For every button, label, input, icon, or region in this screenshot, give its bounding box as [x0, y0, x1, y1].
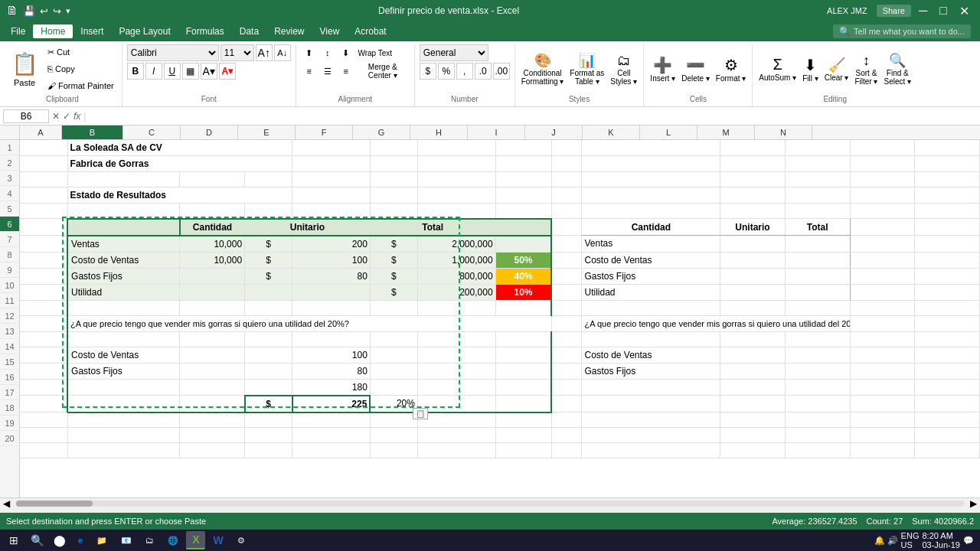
autosum-button[interactable]: Σ AutoSum ▾ [757, 54, 798, 83]
cell-a9[interactable] [20, 268, 67, 284]
cell-c16[interactable] [180, 379, 245, 396]
cell-l13[interactable] [915, 331, 980, 347]
cell-f6[interactable] [495, 219, 551, 236]
cell-f9[interactable]: $ [370, 268, 417, 284]
cell-g12-gap[interactable] [551, 315, 582, 331]
cell-j17[interactable] [785, 396, 850, 412]
taskbar-edge-button[interactable]: e [72, 531, 89, 549]
formula-bar-confirm[interactable]: ✓ [63, 111, 70, 122]
tell-me-input[interactable]: Tell me what you want to do... [854, 27, 965, 36]
cell-gap17[interactable] [551, 396, 582, 412]
menu-home[interactable]: Home [33, 24, 73, 38]
formula-bar-insert-function[interactable]: fx [74, 111, 80, 122]
cell-l7[interactable] [915, 236, 980, 253]
col-header-l[interactable]: L [640, 126, 697, 139]
cell-l9[interactable] [915, 268, 980, 284]
col-header-a[interactable]: A [20, 126, 62, 139]
cell-c3[interactable] [180, 172, 245, 187]
cell-d13[interactable] [245, 331, 292, 347]
scroll-right-button[interactable]: ▶ [967, 498, 980, 509]
menu-acrobat[interactable]: Acrobat [347, 24, 394, 38]
cell-g14[interactable] [417, 347, 495, 363]
cell-j13[interactable] [785, 331, 850, 347]
cell-f13[interactable] [370, 331, 417, 347]
cell-i2[interactable] [551, 156, 582, 172]
cell-g19[interactable] [417, 428, 495, 443]
maximize-button[interactable]: □ [935, 4, 952, 18]
cell-l5[interactable] [785, 204, 850, 219]
cell-k7[interactable] [850, 236, 915, 253]
col-header-g[interactable]: G [353, 126, 410, 139]
row-7[interactable]: 7 [0, 232, 19, 247]
cell-gap20[interactable] [551, 443, 582, 458]
cell-c17[interactable] [180, 396, 245, 412]
cell-b20[interactable] [67, 443, 180, 458]
align-center-button[interactable]: ☰ [319, 63, 336, 80]
cell-h16b[interactable] [582, 379, 720, 396]
cell-c20[interactable] [180, 443, 245, 458]
cell-l16[interactable] [915, 379, 980, 396]
cell-n3[interactable] [915, 172, 980, 187]
cell-b8[interactable]: Costo de Ventas [67, 252, 180, 268]
col-header-b[interactable]: B [62, 126, 123, 139]
cell-g18[interactable] [417, 412, 495, 428]
row-6[interactable]: 6 [0, 217, 19, 232]
cell-k14[interactable] [850, 347, 915, 363]
cell-a13[interactable] [20, 331, 67, 347]
taskbar-cortana-button[interactable]: ⬤ [49, 531, 70, 549]
cell-j10[interactable] [785, 284, 850, 300]
cell-b19[interactable] [67, 428, 180, 443]
cell-b11[interactable] [67, 300, 180, 315]
row-3[interactable]: 3 [0, 171, 19, 186]
cell-d11[interactable] [245, 300, 292, 315]
cell-g2[interactable] [417, 156, 495, 172]
cell-a1[interactable] [20, 140, 67, 156]
currency-button[interactable]: $ [420, 63, 436, 80]
cell-d14[interactable] [245, 347, 292, 363]
cell-e7[interactable]: 200 [292, 236, 371, 253]
cell-h14[interactable] [495, 347, 551, 363]
cell-c9[interactable] [180, 268, 245, 284]
cell-f5[interactable] [370, 204, 417, 219]
cell-n2[interactable] [915, 156, 980, 172]
cell-e14[interactable]: 100 [292, 347, 371, 363]
cell-b10[interactable]: Utilidad [67, 284, 180, 300]
cell-b5[interactable] [67, 204, 180, 219]
cell-a18[interactable] [20, 412, 67, 428]
paste-button[interactable]: 📋 Paste [8, 47, 41, 91]
merge-center-button[interactable]: Merge & Center ▾ [356, 63, 410, 80]
number-format-select[interactable]: General [420, 44, 488, 61]
cell-l20[interactable] [915, 443, 980, 458]
border-button[interactable]: ▦ [182, 63, 199, 80]
cell-l8[interactable] [915, 252, 980, 268]
cell-f11[interactable] [370, 300, 417, 315]
menu-data[interactable]: Data [232, 24, 266, 38]
cell-l11[interactable] [915, 300, 980, 315]
taskbar-word-button[interactable]: W [207, 531, 229, 549]
cell-g11[interactable] [417, 300, 495, 315]
cell-h9[interactable]: Gastos Fijos [582, 268, 720, 284]
cell-h1[interactable] [495, 140, 551, 156]
formula-bar-cancel[interactable]: ✕ [52, 111, 60, 122]
cell-g15[interactable] [417, 363, 495, 379]
cell-j15[interactable] [785, 363, 850, 379]
cell-i4[interactable] [551, 187, 582, 204]
cell-f14[interactable] [370, 347, 417, 363]
cell-j9[interactable] [785, 268, 850, 284]
cell-f19[interactable] [370, 428, 417, 443]
taskbar-outlook-button[interactable]: 📧 [115, 531, 138, 549]
cell-e15[interactable]: 80 [292, 363, 371, 379]
cell-d9[interactable]: $ [245, 268, 292, 284]
row-12[interactable]: 12 [0, 308, 19, 324]
cell-i19[interactable] [720, 428, 786, 443]
cell-h20b[interactable] [582, 443, 720, 458]
cell-j8[interactable] [785, 252, 850, 268]
cell-l10[interactable] [915, 284, 980, 300]
cell-h11[interactable] [495, 300, 551, 315]
wrap-text-button[interactable]: Wrap Text [356, 44, 394, 61]
cell-e17-pct[interactable]: 20% [370, 396, 417, 412]
cell-l2[interactable] [785, 156, 850, 172]
cell-j2[interactable] [582, 156, 720, 172]
cell-reference-box[interactable] [3, 109, 49, 123]
row-14[interactable]: 14 [0, 339, 19, 354]
